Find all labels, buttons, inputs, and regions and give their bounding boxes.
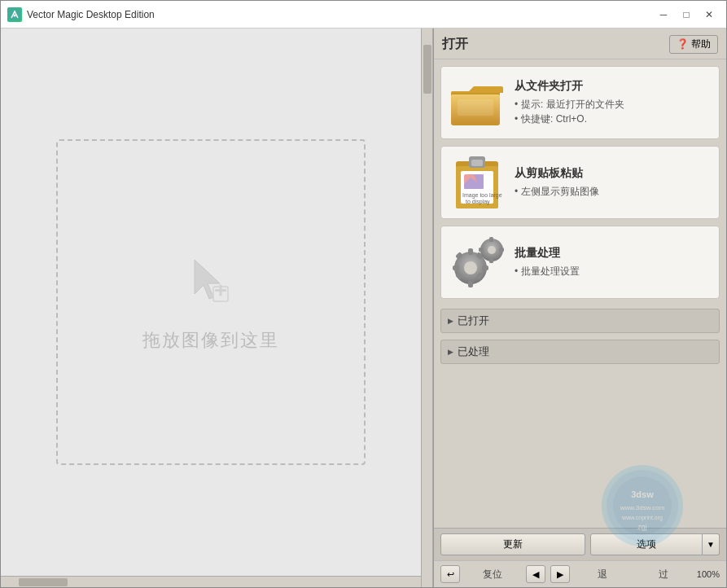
canvas-with-scroll: 拖放图像到这里 [1,29,432,587]
panel-header: 打开 ❓ 帮助 [434,29,726,59]
opened-label: 已打开 [458,314,489,328]
folder-icon [448,73,506,132]
options-group: 选项 ▼ [590,533,720,555]
prev-button[interactable]: ◀ [526,565,545,583]
desc-item: 快捷键: Ctrl+O. [515,112,712,126]
next-icon: ▶ [557,569,563,580]
forward-label: 过 [636,568,692,581]
window-controls: ─ □ ✕ [653,6,720,24]
svg-rect-12 [471,160,483,166]
collapse-arrow-icon2: ▶ [448,348,453,356]
svg-point-19 [464,261,477,274]
options-button[interactable]: 选项 [590,533,703,555]
vscroll-track[interactable] [422,45,432,587]
svg-rect-32 [479,248,484,252]
batch-card[interactable]: 批量处理 批量处理设置 [440,226,720,299]
collapse-arrow-icon: ▶ [448,317,453,325]
clipboard-icon: Image too large to display [448,153,506,212]
svg-rect-30 [489,237,493,242]
prev-icon: ◀ [532,569,539,580]
action-cards: 从文件夹打开 提示: 最近打开的文件夹 快捷键: Ctrl+O. [434,59,726,305]
batch-content: 批量处理 批量处理设置 [515,246,712,279]
svg-rect-23 [482,265,488,270]
svg-point-1 [14,14,16,16]
app-window: Vector Magic Desktop Edition ─ □ ✕ [0,0,727,588]
open-folder-desc: 提示: 最近打开的文件夹 快捷键: Ctrl+O. [515,97,712,126]
vertical-scrollbar[interactable] [421,29,432,587]
open-folder-content: 从文件夹打开 提示: 最近打开的文件夹 快捷键: Ctrl+O. [515,79,712,126]
svg-text:to display: to display [466,199,490,205]
drop-zone[interactable]: 拖放图像到这里 [56,139,366,465]
panel-title: 打开 [442,36,468,53]
svg-point-29 [488,246,496,254]
titlebar-left: Vector Magic Desktop Edition [7,7,155,22]
undo-label: 复位 [465,568,521,581]
bottom-button-bar: 更新 选项 ▼ [434,529,726,560]
zoom-value: 100% [697,569,720,579]
panel-spacer [434,367,726,528]
processed-section: ▶ 已处理 [440,340,720,364]
batch-title: 批量处理 [515,246,712,261]
svg-rect-31 [489,258,493,263]
canvas-inner[interactable]: 拖放图像到这里 [1,29,421,576]
help-button[interactable]: ❓ 帮助 [669,35,718,54]
opened-collapse-header[interactable]: ▶ 已打开 [440,309,720,333]
clipboard-desc: 左侧显示剪贴图像 [515,184,712,199]
drop-zone-text: 拖放图像到这里 [142,328,279,353]
open-folder-title: 从文件夹打开 [515,79,712,94]
svg-text:Image too large: Image too large [462,192,502,199]
horizontal-scrollbar[interactable] [1,576,421,587]
processed-collapse-header[interactable]: ▶ 已处理 [440,340,720,364]
canvas-main: 拖放图像到这里 [1,29,421,587]
hscroll-track[interactable] [2,577,419,587]
gears-icon [448,233,506,292]
desc-item: 左侧显示剪贴图像 [515,184,712,199]
batch-desc: 批量处理设置 [515,264,712,279]
rewind-button[interactable]: ↩ [440,565,460,583]
playback-bar: ↩ 复位 ◀ ▶ 退 过 100% [434,560,726,587]
app-icon [7,7,22,22]
clipboard-content: 从剪贴板粘贴 左侧显示剪贴图像 [515,166,712,199]
next-button[interactable]: ▶ [550,565,570,583]
right-panel: 打开 ❓ 帮助 [433,29,726,587]
minimize-button[interactable]: ─ [653,6,674,24]
window-body: 拖放图像到这里 [1,29,726,587]
svg-rect-21 [468,281,473,287]
redo-label: 退 [575,568,631,581]
options-dropdown-button[interactable]: ▼ [703,533,720,555]
vscroll-thumb[interactable] [423,45,431,94]
zoom-level: 100% [697,569,720,579]
window-title: Vector Magic Desktop Edition [27,9,155,20]
desc-item: 批量处理设置 [515,264,712,279]
open-folder-card[interactable]: 从文件夹打开 提示: 最近打开的文件夹 快捷键: Ctrl+O. [440,66,720,139]
hscroll-thumb[interactable] [19,578,68,586]
titlebar: Vector Magic Desktop Edition ─ □ ✕ [1,1,726,29]
svg-rect-20 [468,248,473,255]
desc-item: 提示: 最近打开的文件夹 [515,97,712,112]
drop-cursor-icon [182,252,239,312]
processed-label: 已处理 [458,344,489,359]
svg-rect-33 [499,248,504,252]
canvas-area: 拖放图像到这里 [1,29,433,587]
maximize-button[interactable]: □ [676,6,697,24]
clipboard-title: 从剪贴板粘贴 [515,166,712,181]
panel-scroll-area: 从文件夹打开 提示: 最近打开的文件夹 快捷键: Ctrl+O. [434,59,726,560]
svg-rect-8 [458,99,493,116]
svg-rect-22 [453,265,459,270]
update-button[interactable]: 更新 [440,533,585,555]
clipboard-card[interactable]: Image too large to display 从剪贴板粘贴 左侧显示剪贴… [440,146,720,219]
rewind-icon: ↩ [447,569,454,580]
panel-bottom: 更新 选项 ▼ [434,528,726,560]
opened-section: ▶ 已打开 [440,309,720,333]
close-button[interactable]: ✕ [699,6,720,24]
